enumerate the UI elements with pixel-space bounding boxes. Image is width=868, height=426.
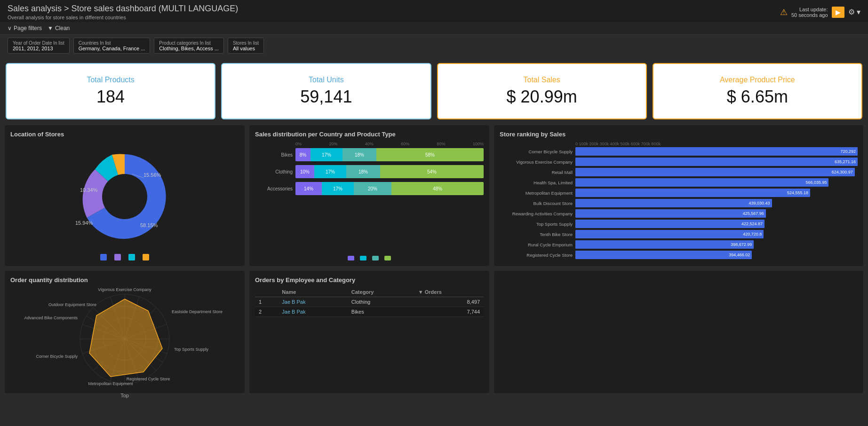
bar-segment: 17% <box>311 148 342 161</box>
svg-text:Corner Bicycle Supply: Corner Bicycle Supply <box>36 354 78 359</box>
rank-store-name: Corner Bicycle Supply <box>500 149 573 154</box>
col-num <box>255 287 278 297</box>
row-orders: 7,744 <box>414 307 484 317</box>
rank-row: Rural Cycle Emporium 398,672.99 <box>500 240 858 249</box>
filter-pill[interactable]: Product categories In listClothing, Bike… <box>154 38 224 54</box>
col-category[interactable]: Category <box>348 287 414 297</box>
svg-text:Eastside Department Store: Eastside Department Store <box>172 309 223 314</box>
rank-store-name: Retail Mall <box>500 170 573 175</box>
rank-bar: 635,271.16 <box>575 158 858 166</box>
bar-segment: 18% <box>342 148 376 161</box>
top-label: Top <box>10 393 239 398</box>
chevron-down-icon: ∨ <box>8 25 12 32</box>
legend-purple <box>114 254 121 260</box>
row-num: 2 <box>255 307 278 317</box>
legend-orange <box>143 254 149 260</box>
rank-store-name: Rewarding Activities Company <box>500 211 573 216</box>
bar-segment: 58% <box>376 148 484 161</box>
table-row: 1 Jae B Pak Clothing 8,497 <box>255 297 484 307</box>
kpi-card: Total Sales $ 20.99m <box>437 63 647 119</box>
filter-icon: ▼ <box>48 25 53 32</box>
order-qty-title: Order quantity distribution <box>10 276 239 284</box>
bar-row-label: Bikes <box>255 152 293 158</box>
row-name[interactable]: Jae B Pak <box>278 297 347 307</box>
rank-row: Corner Bicycle Supply 720,292 <box>500 147 858 156</box>
rank-row: Vigorous Exercise Company 635,271.16 <box>500 158 858 166</box>
store-ranking-panel: Store ranking by Sales 0 100k 200k 300k … <box>494 125 863 266</box>
header-left: Sales analysis > Store sales dashboard (… <box>8 4 238 20</box>
donut-title: Location of Stores <box>10 131 239 138</box>
rank-bar: 439,030.43 <box>575 199 772 207</box>
bar-chart: Bikes 8%17%18%58% Clothing 10%17%18%54% … <box>255 148 484 254</box>
kpi-value: $ 6.65m <box>727 87 788 107</box>
breadcrumb: Sales analysis > Store sales dashboard (… <box>8 4 238 14</box>
bar-segment: 54% <box>380 165 484 178</box>
svg-text:Top Sports Supply: Top Sports Supply <box>174 347 209 352</box>
filter-pill[interactable]: Countries In listGermany, Canada, France… <box>73 38 151 54</box>
play-button[interactable]: ▶ <box>832 7 844 18</box>
rank-value: 720,292 <box>840 149 856 154</box>
row-name[interactable]: Jae B Pak <box>278 307 347 317</box>
rank-bar: 420,720.8 <box>575 230 764 238</box>
rank-bar: 425,567.96 <box>575 209 766 218</box>
rank-store-name: Registered Cycle Store <box>500 252 573 258</box>
kpi-value: 184 <box>96 87 125 107</box>
filter-pill[interactable]: Stores In listAll values <box>228 38 264 54</box>
page-filters-label: Page filters <box>14 25 42 32</box>
svg-text:Outdoor Equipment Store: Outdoor Equipment Store <box>48 302 96 307</box>
rank-row: Registered Cycle Store 394,466.02 <box>500 251 858 259</box>
rank-store-name: Vigorous Exercise Company <box>500 159 573 165</box>
rank-value: 439,030.43 <box>749 201 770 205</box>
bar-track: 8%17%18%58% <box>295 148 484 161</box>
rank-value: 566,035.95 <box>805 180 827 185</box>
legend-cyan <box>128 254 135 260</box>
subtitle: Overall analysis for store sales in diff… <box>8 15 238 20</box>
bar-row-label: Accessories <box>255 186 293 191</box>
rank-bar: 422,524.87 <box>575 220 764 228</box>
rank-row: Tenth Bike Store 420,720.8 <box>500 230 858 238</box>
bar-segment: 14% <box>295 182 322 195</box>
rank-value: 425,567.96 <box>743 211 764 216</box>
row-category: Clothing <box>348 297 414 307</box>
sales-dist-panel: Sales distribution per Country and Produ… <box>249 125 489 266</box>
filter-pills: Year of Order Date In list2011, 2012, 20… <box>0 35 868 57</box>
header: Sales analysis > Store sales dashboard (… <box>0 0 868 22</box>
settings-button[interactable]: ⚙ ▾ <box>848 8 860 16</box>
clean-button[interactable]: ▼ Clean <box>48 25 70 32</box>
bar-segment: 18% <box>346 165 380 178</box>
clean-label: Clean <box>55 25 70 32</box>
bar-segment: 48% <box>391 182 484 195</box>
donut-legend <box>10 254 239 260</box>
bar-track: 14%17%20%48% <box>295 182 484 195</box>
rank-value: 524,555.18 <box>787 190 808 195</box>
orders-table-panel: Orders by Employee and Category Name Cat… <box>249 271 489 393</box>
svg-text:Vigorous Exercise Company: Vigorous Exercise Company <box>98 287 151 292</box>
rank-bar: 394,466.02 <box>575 251 752 259</box>
kpi-card: Total Units 59,141 <box>221 63 431 119</box>
legend-blue <box>100 254 107 260</box>
col-name[interactable]: Name <box>278 287 347 297</box>
rank-row: Top Sports Supply 422,524.87 <box>500 220 858 228</box>
col-orders[interactable]: ▼ Orders <box>414 287 484 297</box>
page-filters-button[interactable]: ∨ Page filters <box>8 25 42 32</box>
kpi-title: Total Products <box>87 76 134 84</box>
rank-bar: 524,555.18 <box>575 189 810 197</box>
donut-chart: 15.56% 10.34% 15.94% 58.15% <box>10 142 239 251</box>
bottom-right-panel <box>494 271 863 393</box>
sales-dist-title: Sales distribution per Country and Produ… <box>255 131 484 138</box>
rank-bar: 398,672.99 <box>575 240 754 249</box>
kpi-card: Total Products 184 <box>6 63 215 119</box>
filter-pill[interactable]: Year of Order Date In list2011, 2012, 20… <box>8 38 70 54</box>
rank-bar: 624,300.97 <box>575 168 855 176</box>
svg-text:10.34%: 10.34% <box>80 187 98 193</box>
dist-bar-row: Bikes 8%17%18%58% <box>255 148 484 161</box>
rank-axis: 0 100k 200k 300k 400k 500k 600k 700k 800… <box>575 142 858 146</box>
svg-point-0 <box>102 174 147 219</box>
rank-store-name: Tenth Bike Store <box>500 232 573 237</box>
kpi-row: Total Products 184 Total Units 59,141 To… <box>0 57 868 125</box>
rank-store-name: Metropolitan Equipment <box>500 190 573 196</box>
rank-store-name: Top Sports Supply <box>500 221 573 227</box>
row-num: 1 <box>255 297 278 307</box>
svg-text:Metropolitan Equipment: Metropolitan Equipment <box>88 381 133 386</box>
orders-table: Name Category ▼ Orders 1 Jae B Pak Cloth… <box>255 287 484 317</box>
